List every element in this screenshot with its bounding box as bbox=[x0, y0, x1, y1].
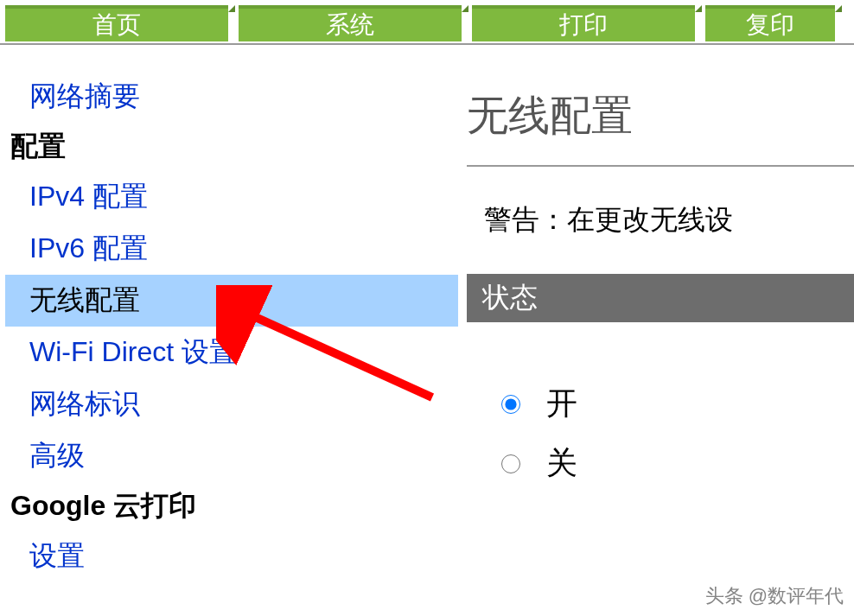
main-panel: 无线配置 警告：在更改无线设 状态 开 关 bbox=[458, 71, 854, 582]
sidebar-heading-google: Google 云打印 bbox=[5, 482, 458, 530]
sidebar-item-settings[interactable]: 设置 bbox=[5, 530, 458, 582]
watermark: 头条 @数评年代 bbox=[705, 583, 844, 609]
sidebar-item-ipv4[interactable]: IPv4 配置 bbox=[5, 171, 458, 223]
warning-text: 警告：在更改无线设 bbox=[467, 167, 854, 274]
tab-divider bbox=[0, 43, 854, 45]
page-title: 无线配置 bbox=[467, 79, 854, 167]
radio-on-input[interactable] bbox=[501, 395, 520, 414]
radio-off-label: 关 bbox=[546, 442, 577, 485]
tab-print[interactable]: 打印 bbox=[472, 5, 695, 41]
tab-copy[interactable]: 复印 bbox=[705, 5, 835, 41]
tab-system[interactable]: 系统 bbox=[239, 5, 462, 41]
sidebar-item-advanced[interactable]: 高级 bbox=[5, 430, 458, 482]
radio-off-input[interactable] bbox=[501, 454, 520, 473]
radio-on-label: 开 bbox=[546, 383, 577, 425]
sidebar-heading-config: 配置 bbox=[5, 123, 458, 171]
radio-off[interactable]: 关 bbox=[501, 442, 854, 485]
status-radio-group: 开 关 bbox=[467, 322, 854, 485]
sidebar-item-network-id[interactable]: 网络标识 bbox=[5, 378, 458, 430]
sidebar-item-network-summary[interactable]: 网络摘要 bbox=[5, 71, 458, 123]
sidebar-item-wireless[interactable]: 无线配置 bbox=[5, 275, 458, 327]
sidebar-item-ipv6[interactable]: IPv6 配置 bbox=[5, 223, 458, 275]
content-area: 网络摘要 配置 IPv4 配置 IPv6 配置 无线配置 Wi-Fi Direc… bbox=[0, 71, 854, 582]
status-section-header: 状态 bbox=[467, 274, 854, 322]
radio-on[interactable]: 开 bbox=[501, 383, 854, 425]
tab-home[interactable]: 首页 bbox=[5, 5, 228, 41]
sidebar: 网络摘要 配置 IPv4 配置 IPv6 配置 无线配置 Wi-Fi Direc… bbox=[0, 71, 458, 582]
sidebar-item-wifi-direct[interactable]: Wi-Fi Direct 设置 bbox=[5, 327, 458, 378]
top-tabs: 首页 系统 打印 复印 bbox=[0, 0, 854, 41]
